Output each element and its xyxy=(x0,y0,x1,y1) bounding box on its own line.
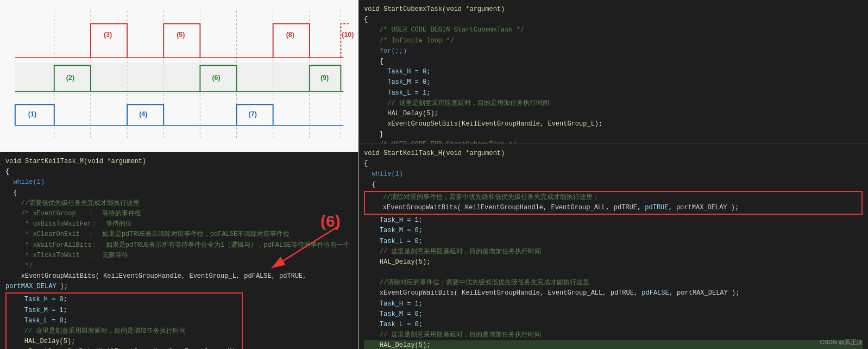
br-brace2: { xyxy=(364,180,863,190)
code-line-comment6: * xTicksToWait ： 无限等待 xyxy=(5,251,353,261)
code-line-taskL: Task_L = 0; xyxy=(9,316,240,326)
label-6: (6) xyxy=(320,212,341,230)
br-comment2: // 这里是刻意采用阻塞延时，目的是增加任务执行时间 xyxy=(364,247,863,257)
timing-diagram: (3) (5) (8) (10) (2) (6) xyxy=(0,0,358,152)
left-panel: (3) (5) (8) (10) (2) (6) xyxy=(0,0,358,349)
br-funcdef: void StartKeilTask_H(void *argument) xyxy=(364,148,863,159)
highlighted-code-block: Task_H = 0; Task_M = 1; Task_L = 0; // 这… xyxy=(5,292,243,349)
br-comment4: // 这里是刻意采用阻塞延时，目的是增加任务执行时间 xyxy=(364,330,863,340)
tr-line-funcdef: void StartCubemxTask(void *argument) xyxy=(364,4,863,15)
svg-text:(2): (2) xyxy=(66,74,74,82)
tr-brace3: } xyxy=(364,129,863,140)
code-line-taskH: Task_H = 0; xyxy=(9,295,240,305)
tr-taskH: Task_H = 0; xyxy=(364,67,863,77)
code-area-top-right: void StartCubemxTask(void *argument) { /… xyxy=(358,0,868,144)
br-taskL2: Task_L = 0; xyxy=(364,320,863,330)
code-line-brace2: { xyxy=(5,188,353,198)
code-line-funcdef: void StartKeilTask_M(void *argument) xyxy=(5,157,353,167)
tr-brace1: { xyxy=(364,15,863,25)
code-line-comment3: * uxBitsToWaitFor： 等待的位 xyxy=(5,219,353,229)
svg-text:(8): (8) xyxy=(286,31,294,39)
svg-text:(6): (6) xyxy=(212,74,220,82)
code-line-comment5: * xWaitForAllBits： 如果是pdTRUE表示所有等待事件位全为1… xyxy=(5,240,353,251)
br-taskM2: Task_M = 0; xyxy=(364,309,863,320)
br-comment1: //清除对应的事件位；需要中优先级和低优先级任务先完成才能执行这里； xyxy=(367,192,859,203)
tr-comment1: /* USER CODE BEGIN StartCubemxTask */ xyxy=(364,25,863,35)
br-waitbits1: xEventGroupWaitBits( KeilEventGroupHandl… xyxy=(367,203,859,213)
code-line-haldelay: HAL_Delay(5); xyxy=(9,336,240,347)
br-empty xyxy=(364,267,863,278)
code-line-while: while(1) xyxy=(5,177,353,188)
tr-taskM: Task_M = 0; xyxy=(364,77,863,88)
svg-rect-10 xyxy=(15,63,343,95)
svg-text:(4): (4) xyxy=(139,110,147,118)
br-while: while(1) xyxy=(364,169,863,179)
code-line-wait: xEventGroupWaitBits( KeilEventGroupHandl… xyxy=(5,271,353,292)
br-brace1: { xyxy=(364,159,863,169)
tr-brace2: { xyxy=(364,57,863,67)
br-taskH2: Task_H = 1; xyxy=(364,299,863,309)
br-taskM1: Task_M = 0; xyxy=(364,226,863,236)
code-line-comment4: * xClearOnExit ： 如果是pdTRUE表示清除对应事件位，pdFA… xyxy=(5,229,353,240)
tr-comment2: /* Infinite loop */ xyxy=(364,36,863,46)
svg-text:(9): (9) xyxy=(320,74,329,82)
svg-text:(7): (7) xyxy=(249,110,257,118)
code-line-comment2: /* xEventGroup ： 等待的事件组 xyxy=(5,209,353,219)
br-waitbits2: xEventGroupWaitBits( KeilEventGroupHandl… xyxy=(364,288,863,298)
code-line-setbits: xEventGroupSetBits(KeilEventGroupHandle,… xyxy=(9,347,240,349)
watermark: CSDN @风正淡 xyxy=(820,338,863,346)
main-container: (3) (5) (8) (10) (2) (6) xyxy=(0,0,868,349)
tr-comment4: /* USER CODE END StartCubemxTask */ xyxy=(364,140,863,144)
svg-text:(3): (3) xyxy=(104,31,112,39)
svg-text:(10): (10) xyxy=(342,31,354,39)
tr-setbits: xEventGroupSetBits(KeilEventGroupHandle,… xyxy=(364,119,863,129)
svg-text:(5): (5) xyxy=(177,31,185,39)
br-haldelay2-highlighted: HAL_Delay(5); xyxy=(364,340,863,349)
code-line-brace1: { xyxy=(5,167,353,177)
code-area-left: void StartKeilTask_M(void *argument) { w… xyxy=(0,152,358,349)
right-panel: void StartCubemxTask(void *argument) { /… xyxy=(358,0,868,349)
tr-haldelay: HAL_Delay(5); xyxy=(364,109,863,119)
timing-svg: (3) (5) (8) (10) (2) (6) xyxy=(3,5,356,146)
br-haldelay1: HAL_Delay(5); xyxy=(364,257,863,267)
br-taskH1: Task_H = 1; xyxy=(364,215,863,226)
code-line-comment7: */ xyxy=(5,261,353,271)
code-line-taskM: Task_M = 1; xyxy=(9,306,240,316)
tr-for: for(;;) xyxy=(364,46,863,57)
br-red-highlight-block: //清除对应的事件位；需要中优先级和低优先级任务先完成才能执行这里； xEven… xyxy=(364,191,863,215)
br-taskL1: Task_L = 0; xyxy=(364,236,863,247)
svg-text:(1): (1) xyxy=(28,110,36,118)
br-comment3: //清除对应的事件位；需要中优先级或低优先级任务先完成才能执行这里 xyxy=(364,278,863,288)
code-line-comment-delay: // 这里是刻意采用阻塞延时，目的是增加任务执行时间 xyxy=(9,326,240,336)
code-area-bottom-right: void StartKeilTask_H(void *argument) { w… xyxy=(358,144,868,349)
code-text: void StartKeilTask_M(void *argument) xyxy=(5,158,146,165)
tr-taskL: Task_L = 1; xyxy=(364,88,863,98)
tr-comment3: // 这里是刻意采用阻塞延时，目的是增加任务执行时间 xyxy=(364,98,863,109)
code-line-comment1: //需要低优先级任务先完成才能执行这里 xyxy=(5,198,353,209)
